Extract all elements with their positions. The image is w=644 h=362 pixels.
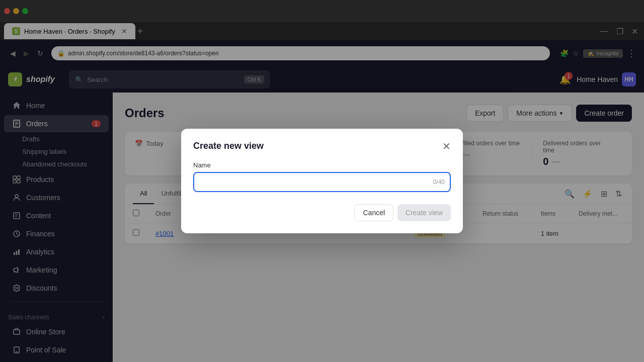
modal-footer: Cancel Create view <box>193 204 451 221</box>
modal-name-field: Name 0/40 <box>193 161 451 192</box>
create-view-button[interactable]: Create view <box>397 204 451 221</box>
name-input[interactable] <box>193 172 451 192</box>
name-counter: 0/40 <box>433 178 445 186</box>
modal-title: Create new view <box>193 141 264 151</box>
modal-close-button[interactable]: ✕ <box>442 141 451 151</box>
name-input-wrap: 0/40 <box>193 172 451 192</box>
modal-header: Create new view ✕ <box>193 141 451 151</box>
name-field-label: Name <box>193 161 451 169</box>
modal-overlay[interactable]: Create new view ✕ Name 0/40 Cancel Creat… <box>0 0 644 362</box>
create-new-view-modal: Create new view ✕ Name 0/40 Cancel Creat… <box>181 129 463 233</box>
cancel-button[interactable]: Cancel <box>354 204 393 221</box>
